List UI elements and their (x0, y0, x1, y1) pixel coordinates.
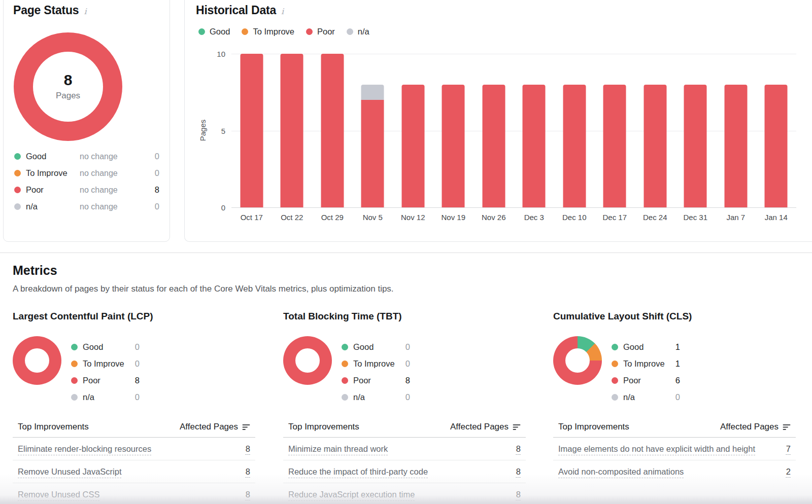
chart-legend-item: n/a (347, 27, 369, 37)
legend-label: Poor (26, 185, 80, 195)
legend-value: 0 (405, 392, 410, 402)
sort-icon[interactable] (242, 424, 250, 430)
bar-dec-10 (554, 54, 595, 207)
legend-label: Poor (83, 376, 135, 385)
na-dot (14, 203, 21, 210)
page-status-title: Page Status (13, 4, 79, 17)
legend-label: To Improve (353, 359, 405, 369)
legend-label: To Improve (26, 168, 80, 178)
improvement-row: Remove Unused JavaScript8 (13, 460, 255, 483)
info-icon[interactable]: i (281, 7, 284, 16)
page-status-legend: Goodno change0To Improveno change0Poorno… (14, 148, 159, 215)
legend-value: 8 (135, 376, 140, 385)
improvement-link[interactable]: Remove Unused CSS (18, 490, 99, 499)
chart-legend-item: Poor (306, 27, 335, 37)
page-status-card: Page Status i 8 Pages Goodno change0To I… (3, 0, 170, 242)
improvement-link[interactable]: Avoid non-composited animations (558, 467, 684, 477)
to_improve-dot (71, 361, 78, 367)
core-web-vitals-dashboard: Page Status i 8 Pages Goodno change0To I… (0, 0, 812, 504)
improvements-table: Top Improvements Affected Pages Image el… (553, 417, 796, 483)
improvements-table: Top Improvements Affected Pages Eliminat… (13, 417, 255, 504)
legend-value: 0 (135, 359, 140, 369)
sort-icon[interactable] (783, 424, 791, 430)
poor-dot (71, 377, 78, 384)
legend-label: n/a (353, 392, 405, 402)
affected-pages-column-header[interactable]: Affected Pages (720, 422, 791, 432)
affected-pages-column-header[interactable]: Affected Pages (450, 422, 521, 432)
chart-legend-item: Good (198, 27, 230, 37)
affected-pages-value[interactable]: 8 (516, 490, 521, 499)
legend-value: 0 (135, 392, 140, 402)
status-legend-row: n/ano change0 (14, 198, 159, 215)
bar-segment-poor (321, 54, 344, 207)
affected-pages-value[interactable]: 8 (516, 467, 521, 477)
historical-chart-legend: GoodTo ImprovePoorn/a (198, 27, 369, 37)
x-axis-label: Nov 19 (433, 213, 474, 222)
affected-pages-value[interactable]: 2 (786, 467, 791, 477)
affected-pages-column-header[interactable]: Affected Pages (180, 422, 250, 432)
metric-card-header: Total Blocking Time (TBT) (283, 311, 407, 322)
improvement-link[interactable]: Eliminate render-blocking resources (18, 444, 151, 454)
bar-segment-poor (765, 85, 788, 207)
info-icon[interactable]: i (84, 7, 86, 16)
legend-change: no change (80, 152, 155, 161)
legend-change: no change (80, 202, 155, 211)
bar-nov-12 (393, 54, 433, 207)
metric-legend-row: Good1 (612, 339, 680, 355)
metric-legend-row: Good0 (342, 339, 410, 355)
legend-value: 0 (155, 202, 159, 211)
good-dot (14, 153, 21, 160)
metric-legend-row: Poor8 (342, 372, 410, 389)
metric-title: Cumulative Layout Shift (CLS) (553, 311, 692, 322)
pages-count-label: Pages (56, 91, 80, 101)
metric-legend-row: To Improve1 (612, 355, 680, 372)
x-axis-label: Nov 12 (393, 213, 433, 222)
donut-center (25, 348, 49, 373)
chart-bars (231, 54, 796, 207)
bar-nov-26 (473, 54, 514, 207)
affected-pages-value[interactable]: 8 (516, 444, 521, 454)
affected-pages-value[interactable]: 7 (786, 444, 791, 454)
bar-oct-29 (312, 54, 353, 207)
sort-icon[interactable] (513, 424, 521, 430)
na-dot (612, 394, 618, 401)
bar-segment-poor (281, 54, 303, 207)
legend-label: To Improve (83, 359, 135, 369)
x-axis-label: Dec 31 (675, 213, 716, 222)
affected-pages-label: Affected Pages (180, 422, 238, 432)
affected-pages-value[interactable]: 8 (246, 444, 250, 454)
improvement-link[interactable]: Reduce JavaScript execution time (288, 490, 415, 499)
bar-nov-19 (433, 54, 474, 207)
metric-legend: Good1To Improve1Poor6n/a0 (612, 339, 680, 406)
x-axis-label: Oct 17 (231, 213, 272, 222)
historical-data-header: Historical Data i (196, 4, 284, 17)
metrics-section: Metrics A breakdown of pages by their st… (0, 253, 812, 504)
legend-label: To Improve (623, 359, 675, 369)
affected-pages-label: Affected Pages (720, 422, 779, 432)
donut-center (295, 348, 320, 373)
bar-segment-poor (401, 85, 424, 207)
legend-value: 8 (155, 185, 159, 195)
metric-legend-row: n/a0 (612, 389, 680, 406)
affected-pages-label: Affected Pages (450, 422, 509, 432)
affected-pages-value[interactable]: 8 (246, 490, 250, 499)
bar-dec-24 (635, 54, 675, 207)
top-improvements-column-header: Top Improvements (558, 422, 629, 432)
affected-pages-value[interactable]: 8 (246, 467, 250, 477)
metric-card-header: Cumulative Layout Shift (CLS) (553, 311, 697, 322)
metric-legend-row: To Improve0 (342, 355, 410, 372)
bar-dec-17 (595, 54, 635, 207)
bar-dec-3 (514, 54, 555, 207)
improvement-link[interactable]: Remove Unused JavaScript (18, 467, 122, 477)
legend-value: 0 (155, 168, 159, 178)
improvement-link[interactable]: Minimize main thread work (288, 444, 388, 454)
x-axis-label: Nov 26 (473, 213, 514, 222)
improvements-table: Top Improvements Affected Pages Minimize… (283, 417, 526, 504)
improvement-row: Image elements do not have explicit widt… (553, 438, 796, 460)
good-dot (342, 344, 348, 350)
metric-donut-chart (283, 336, 332, 385)
improvement-link[interactable]: Image elements do not have explicit widt… (558, 444, 755, 454)
improvement-link[interactable]: Reduce the impact of third-party code (288, 467, 428, 477)
legend-value: 0 (675, 392, 680, 402)
bar-segment-poor (563, 85, 586, 207)
